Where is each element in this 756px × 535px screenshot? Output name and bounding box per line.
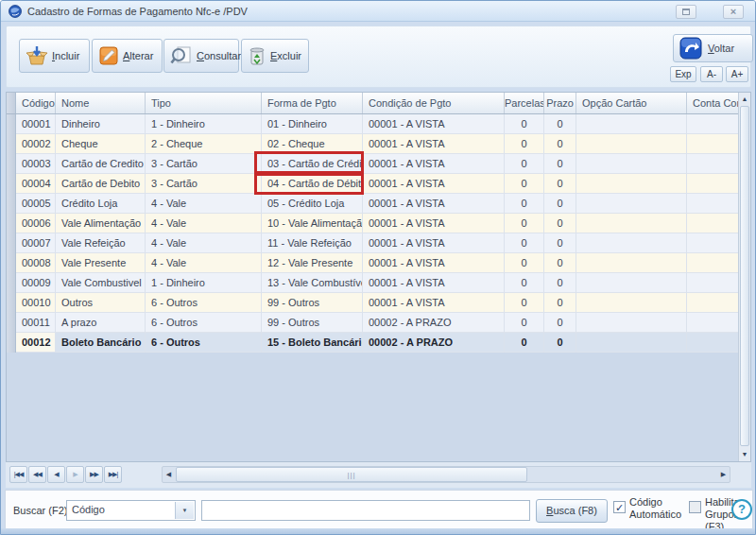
table-row[interactable]: 00008Vale Presente4 - Vale12 - Vale Pres… [7, 253, 738, 273]
cell-codigo[interactable]: 00009 [16, 273, 56, 293]
nav-next-button[interactable]: ▶ [66, 466, 84, 483]
cell-forma[interactable]: 01 - Dinheiro [262, 114, 363, 134]
cell-condicao[interactable]: 00001 - A VISTA [363, 293, 505, 313]
close-button[interactable]: × [723, 5, 744, 19]
cell-nome[interactable]: Vale Refeição [56, 233, 146, 253]
cell-tipo[interactable]: 4 - Vale [146, 233, 262, 253]
cell-nome[interactable]: Crédito Loja [56, 194, 146, 214]
cell-condicao[interactable]: 00001 - A VISTA [363, 273, 505, 293]
cell-forma[interactable]: 11 - Vale Refeição [262, 233, 363, 253]
cell-parcelas[interactable]: 0 [505, 293, 544, 313]
row-indicator[interactable] [7, 233, 16, 253]
row-indicator[interactable] [7, 154, 16, 174]
cell-condicao[interactable]: 00001 - A VISTA [363, 154, 505, 174]
cell-condicao[interactable]: 00002 - A PRAZO [363, 313, 505, 333]
col-header-opcao-cartao[interactable]: Opção Cartão [576, 93, 687, 113]
cell-condicao[interactable]: 00001 - A VISTA [363, 174, 505, 194]
help-icon[interactable]: ? [731, 499, 752, 520]
cell-forma[interactable]: 10 - Vale Alimentação [262, 214, 363, 233]
col-header-condicao-pgto[interactable]: Condição de Pgto [363, 93, 505, 113]
nav-last-button[interactable]: ▶▶| [104, 466, 122, 483]
horizontal-scrollbar[interactable]: ◀ ||| ▶ [162, 466, 730, 483]
cell-codigo[interactable]: 00011 [16, 313, 56, 333]
cell-forma[interactable]: 05 - Crédito Loja [262, 194, 363, 214]
cell-codigo[interactable]: 00012 [16, 333, 56, 353]
table-row[interactable]: 00009Vale Combustivel1 - Dinheiro13 - Va… [7, 273, 738, 293]
cell-tipo[interactable]: 4 - Vale [146, 253, 262, 273]
scroll-down-icon[interactable]: ▼ [739, 448, 750, 461]
cell-opcao[interactable] [576, 194, 687, 214]
cell-codigo[interactable]: 00007 [16, 233, 56, 253]
voltar-button[interactable]: Voltar [673, 34, 753, 62]
table-row[interactable]: 00010Outros6 - Outros99 - Outros00001 - … [7, 293, 738, 313]
cell-codigo[interactable]: 00004 [16, 174, 56, 194]
cell-conta[interactable] [687, 253, 738, 273]
cell-conta[interactable] [687, 273, 738, 293]
cell-opcao[interactable] [576, 134, 687, 154]
cell-conta[interactable] [687, 154, 738, 174]
cell-tipo[interactable]: 4 - Vale [146, 214, 262, 233]
cell-prazo[interactable]: 0 [544, 313, 576, 333]
cell-codigo[interactable]: 00001 [16, 114, 56, 134]
cell-prazo[interactable]: 0 [544, 273, 576, 293]
cell-nome[interactable]: Boleto Bancário [56, 333, 146, 353]
cell-condicao[interactable]: 00001 - A VISTA [363, 134, 505, 154]
cell-prazo[interactable]: 0 [544, 114, 576, 134]
nav-prior-button[interactable]: ◀ [47, 466, 65, 483]
row-indicator[interactable] [7, 313, 16, 333]
cell-opcao[interactable] [576, 233, 687, 253]
cell-nome[interactable]: Vale Alimentação [56, 214, 146, 233]
cell-prazo[interactable]: 0 [544, 333, 576, 353]
excluir-button[interactable]: Excluir [241, 39, 309, 73]
cell-forma[interactable]: 04 - Cartão de Débito [262, 174, 363, 194]
incluir-button[interactable]: Incluir [19, 39, 90, 73]
row-indicator[interactable] [7, 194, 16, 214]
cell-tipo[interactable]: 6 - Outros [146, 313, 262, 333]
cell-parcelas[interactable]: 0 [505, 134, 544, 154]
cell-codigo[interactable]: 00006 [16, 214, 56, 233]
cell-tipo[interactable]: 6 - Outros [146, 333, 262, 353]
habilita-grupos-checkbox[interactable] [689, 501, 701, 513]
cell-condicao[interactable]: 00002 - A PRAZO [363, 333, 505, 353]
cell-conta[interactable] [687, 194, 738, 214]
col-header-codigo[interactable]: Código [16, 93, 56, 113]
cell-condicao[interactable]: 00001 - A VISTA [363, 214, 505, 233]
scroll-up-icon[interactable]: ▲ [739, 93, 750, 106]
cell-forma[interactable]: 12 - Vale Presente [262, 253, 363, 273]
cell-tipo[interactable]: 1 - Dinheiro [146, 273, 262, 293]
cell-tipo[interactable]: 2 - Cheque [146, 134, 262, 154]
busca-button[interactable]: Busca (F8) [536, 499, 608, 523]
col-header-forma-pgto[interactable]: Forma de Pgto [262, 93, 363, 113]
cell-tipo[interactable]: 1 - Dinheiro [146, 114, 262, 134]
cell-conta[interactable] [687, 233, 738, 253]
cell-opcao[interactable] [576, 333, 687, 353]
cell-nome[interactable]: A prazo [56, 313, 146, 333]
table-row[interactable]: 00003Cartão de Credito3 - Cartão03 - Car… [7, 154, 738, 174]
vertical-scrollbar[interactable]: ▲ ▼ [738, 93, 750, 461]
cell-tipo[interactable]: 6 - Outros [146, 293, 262, 313]
cell-condicao[interactable]: 00001 - A VISTA [363, 233, 505, 253]
cell-codigo[interactable]: 00003 [16, 154, 56, 174]
font-increase-button[interactable]: A+ [726, 66, 748, 82]
cell-codigo[interactable]: 00002 [16, 134, 56, 154]
scroll-left-icon[interactable]: ◀ [163, 467, 175, 482]
horizontal-scrollbar-thumb[interactable]: ||| [176, 467, 527, 482]
cell-opcao[interactable] [576, 214, 687, 233]
row-indicator[interactable] [7, 174, 16, 194]
table-row[interactable]: 00005Crédito Loja4 - Vale05 - Crédito Lo… [7, 194, 738, 214]
cell-prazo[interactable]: 0 [544, 154, 576, 174]
cell-opcao[interactable] [576, 273, 687, 293]
search-input[interactable] [201, 500, 530, 521]
cell-conta[interactable] [687, 114, 738, 134]
cell-prazo[interactable]: 0 [544, 293, 576, 313]
cell-parcelas[interactable]: 0 [505, 333, 544, 353]
exp-button[interactable]: Exp [670, 66, 696, 82]
cell-parcelas[interactable]: 0 [505, 313, 544, 333]
cell-opcao[interactable] [576, 154, 687, 174]
cell-parcelas[interactable]: 0 [505, 174, 544, 194]
col-header-prazo[interactable]: Prazo [544, 93, 576, 113]
cell-codigo[interactable]: 00008 [16, 253, 56, 273]
row-indicator[interactable] [7, 214, 16, 233]
cell-forma[interactable]: 02 - Cheque [262, 134, 363, 154]
cell-conta[interactable] [687, 134, 738, 154]
